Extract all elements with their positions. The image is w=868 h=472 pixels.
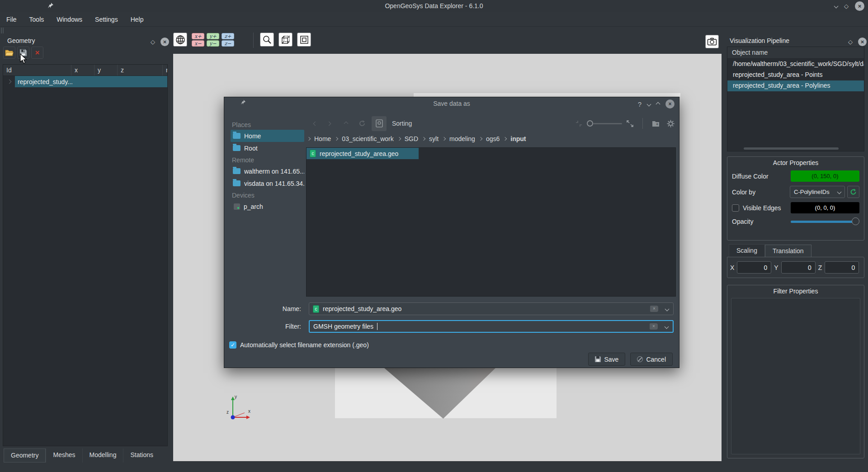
geometry-tree-row[interactable]: reprojected_study... — [3, 76, 167, 87]
zoom-tool-button[interactable] — [260, 33, 274, 47]
view-y-minus-button[interactable]: y− — [207, 40, 219, 47]
col-z[interactable]: z — [118, 65, 163, 76]
menu-file[interactable]: File — [0, 14, 23, 25]
filter-properties-group: Filter Properties — [727, 285, 864, 458]
place-home[interactable]: Home — [231, 130, 304, 142]
x-input[interactable] — [737, 261, 771, 274]
y-input[interactable] — [781, 261, 816, 274]
tab-scaling[interactable]: Scaling — [729, 244, 765, 257]
float-dock-icon[interactable]: ◇ — [151, 38, 155, 45]
crumb-modeling[interactable]: modeling — [449, 135, 475, 142]
color-by-select[interactable]: C-PolylineIDs — [790, 186, 845, 198]
shade-icon[interactable] — [647, 102, 651, 106]
pipeline-item-points[interactable]: reprojected_study_area - Points — [727, 70, 864, 80]
forward-button[interactable] — [322, 122, 335, 125]
view-x-plus-button[interactable]: x+ — [192, 33, 204, 39]
reload-button[interactable] — [355, 120, 369, 127]
refresh-colors-button[interactable] — [847, 186, 859, 198]
chevron-down-icon[interactable] — [665, 324, 669, 329]
unshade-icon[interactable] — [656, 102, 660, 106]
diffuse-color-button[interactable]: (0, 150, 0) — [791, 170, 859, 182]
auto-extension-checkbox[interactable]: ✓ — [229, 341, 236, 349]
minimize-icon[interactable] — [834, 4, 839, 9]
icon-view-toggle[interactable] — [372, 116, 387, 131]
pipeline-list-header: Object name — [727, 47, 864, 59]
new-folder-button[interactable]: + — [652, 120, 660, 127]
float-dock-icon[interactable]: ◇ — [848, 38, 853, 45]
view-y-plus-button[interactable]: y+ — [207, 33, 219, 39]
edge-color-button[interactable]: (0, 0, 0) — [791, 202, 859, 213]
crumb-scientific-work[interactable]: 03_scientific_work — [342, 135, 393, 142]
crumb-home[interactable]: Home — [314, 135, 331, 142]
close-dock-icon[interactable]: × — [160, 38, 169, 46]
perspective-view-button[interactable] — [278, 33, 292, 47]
col-y[interactable]: y — [94, 65, 118, 76]
icon-size-slider[interactable] — [587, 120, 622, 127]
place-visdata[interactable]: visdata on 141.65.34.... — [231, 177, 304, 189]
opacity-slider[interactable] — [791, 217, 859, 226]
geometry-row-label[interactable]: reprojected_study... — [15, 76, 167, 87]
back-button[interactable] — [308, 122, 322, 125]
geometry-dock-title: Geometry — [7, 37, 35, 44]
menu-settings[interactable]: Settings — [89, 14, 124, 25]
slider-handle[interactable] — [587, 120, 593, 127]
visible-edges-checkbox[interactable] — [732, 204, 739, 212]
parallel-view-button[interactable] — [297, 33, 311, 47]
crumb-sgd[interactable]: SGD — [405, 135, 418, 142]
view-x-minus-button[interactable]: x− — [192, 40, 204, 47]
view-z-plus-button[interactable]: z+ — [222, 33, 234, 39]
remove-geometry-button[interactable]: × — [31, 47, 43, 59]
horizontal-scrollbar[interactable] — [744, 147, 839, 150]
maximize-icon[interactable]: ◇ — [844, 3, 849, 9]
file-name: reprojected_study_area.geo — [320, 150, 398, 157]
col-id[interactable]: Id — [3, 65, 71, 76]
clear-text-icon[interactable]: × — [650, 323, 658, 330]
up-button[interactable] — [339, 122, 353, 125]
menu-tools[interactable]: Tools — [23, 14, 51, 25]
file-list[interactable]: c reprojected_study_area.geo — [306, 147, 676, 297]
pipeline-item-source[interactable]: /home/waltherm/03_scientific_work/SGD/sy… — [727, 59, 864, 70]
sorting-label[interactable]: Sorting — [392, 120, 412, 127]
name-combo[interactable]: c reprojected_study_area.geo × — [309, 302, 674, 315]
dialog-titlebar[interactable]: Save data as ? × — [224, 97, 679, 111]
screenshot-button[interactable] — [705, 35, 719, 48]
crumb-input[interactable]: input — [510, 135, 526, 142]
tab-meshes[interactable]: Meshes — [46, 448, 82, 463]
close-dialog-icon[interactable]: × — [665, 99, 675, 109]
globe-icon — [175, 34, 186, 45]
crumb-sylt[interactable]: sylt — [429, 135, 439, 142]
place-root[interactable]: Root — [231, 142, 304, 154]
tab-geometry[interactable]: Geometry — [4, 448, 46, 463]
col-r[interactable]: r — [163, 65, 167, 76]
actor-properties-title: Actor Properties — [727, 157, 864, 166]
close-dock-icon[interactable]: × — [858, 38, 867, 46]
filter-combo[interactable]: GMSH geometry files × — [309, 320, 674, 333]
slider-handle[interactable] — [852, 217, 859, 225]
tab-translation[interactable]: Translation — [765, 245, 811, 257]
close-icon[interactable]: × — [855, 1, 864, 11]
open-geometry-button[interactable] — [3, 47, 15, 59]
place-p-arch[interactable]: p_arch — [231, 200, 304, 212]
file-item-selected[interactable]: c reprojected_study_area.geo — [307, 148, 419, 159]
toolbar-drag-handle[interactable] — [1, 28, 4, 33]
pipeline-item-polylines[interactable]: reprojected_study_area - Polylines — [727, 80, 864, 91]
z-input[interactable] — [825, 261, 859, 274]
save-button[interactable]: Save — [588, 353, 625, 366]
help-icon[interactable]: ? — [638, 100, 642, 108]
tab-modelling[interactable]: Modelling — [82, 448, 123, 463]
chevron-down-icon[interactable] — [665, 307, 670, 311]
cancel-button[interactable]: Cancel — [630, 353, 673, 366]
tab-stations[interactable]: Stations — [123, 448, 160, 463]
clear-text-icon[interactable]: × — [650, 306, 658, 312]
axis-view-buttons: x+ y+ z+ x− y− z− — [192, 33, 234, 47]
view-z-minus-button[interactable]: z− — [222, 40, 234, 47]
menu-help[interactable]: Help — [124, 14, 150, 25]
expander-icon[interactable] — [3, 80, 15, 83]
menu-windows[interactable]: Windows — [50, 14, 89, 25]
place-waltherm[interactable]: waltherm on 141.65.... — [231, 165, 304, 177]
globe-button[interactable] — [173, 33, 187, 47]
col-x[interactable]: x — [71, 65, 94, 76]
crumb-ogs6[interactable]: ogs6 — [486, 135, 500, 142]
color-by-value: C-PolylineIDs — [794, 189, 830, 195]
settings-button[interactable] — [667, 120, 675, 127]
